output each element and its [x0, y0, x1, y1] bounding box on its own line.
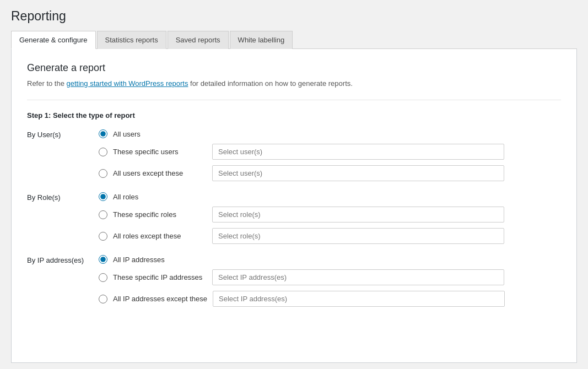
info-prefix: Refer to the — [27, 79, 67, 88]
radio-row-specific-ip: These specific IP addresses — [99, 269, 561, 285]
filter-label-ip: By IP address(es) — [27, 255, 99, 264]
input-except-ip[interactable] — [213, 291, 505, 307]
radio-row-all-users: All users — [99, 129, 561, 138]
label-except-users[interactable]: All users except these — [113, 169, 207, 177]
radio-row-except-users: All users except these — [99, 165, 561, 181]
radio-row-all-ip: All IP addresses — [99, 255, 561, 264]
label-specific-roles[interactable]: These specific roles — [113, 210, 207, 219]
radio-except-roles[interactable] — [99, 232, 107, 241]
filter-group-roles: By Role(s) All roles These specific role… — [27, 192, 561, 244]
tab-saved[interactable]: Saved reports — [168, 31, 229, 49]
tab-statistics[interactable]: Statistics reports — [97, 31, 166, 49]
info-text: Refer to the getting started with WordPr… — [27, 79, 561, 88]
info-suffix: for detailed information on how to gener… — [188, 79, 352, 88]
page-title: Reporting — [11, 9, 577, 24]
radio-all-ip[interactable] — [99, 255, 107, 264]
radio-specific-ip[interactable] — [99, 273, 107, 282]
main-content: Generate a report Refer to the getting s… — [11, 49, 577, 363]
filter-label-roles: By Role(s) — [27, 192, 99, 202]
filter-group-ip: By IP address(es) All IP addresses These… — [27, 255, 561, 307]
input-specific-ip[interactable] — [212, 269, 504, 285]
radio-specific-roles[interactable] — [99, 210, 107, 219]
label-specific-ip[interactable]: These specific IP addresses — [113, 273, 207, 281]
filter-options-roles: All roles These specific roles All roles… — [99, 192, 561, 244]
radio-except-ip[interactable] — [99, 295, 107, 303]
step-label: Step 1: Select the type of report — [27, 111, 561, 120]
label-except-roles[interactable]: All roles except these — [113, 232, 207, 240]
label-all-roles[interactable]: All roles — [113, 193, 207, 201]
tab-generate[interactable]: Generate & configure — [11, 31, 96, 49]
radio-row-specific-roles: These specific roles — [99, 207, 561, 223]
filter-options-users: All users These specific users All users… — [99, 129, 561, 181]
label-all-ip[interactable]: All IP addresses — [113, 256, 207, 264]
filter-group-users: By User(s) All users These specific user… — [27, 129, 561, 181]
radio-row-all-roles: All roles — [99, 192, 561, 201]
radio-row-specific-users: These specific users — [99, 144, 561, 160]
label-all-users[interactable]: All users — [113, 130, 207, 138]
radio-row-except-ip: All IP addresses except these — [99, 291, 561, 307]
info-link[interactable]: getting started with WordPress reports — [67, 79, 188, 88]
tabs-bar: Generate & configure Statistics reports … — [11, 30, 577, 49]
input-specific-roles[interactable] — [212, 207, 504, 223]
divider — [27, 100, 561, 100]
label-except-ip[interactable]: All IP addresses except these — [113, 295, 207, 303]
section-title: Generate a report — [27, 62, 561, 74]
radio-all-roles[interactable] — [99, 192, 107, 201]
radio-except-users[interactable] — [99, 169, 107, 178]
input-except-users[interactable] — [212, 165, 504, 181]
filter-label-users: By User(s) — [27, 129, 99, 139]
page-wrapper: Reporting Generate & configure Statistic… — [0, 0, 588, 363]
radio-specific-users[interactable] — [99, 148, 107, 156]
input-except-roles[interactable] — [212, 228, 504, 244]
input-specific-users[interactable] — [212, 144, 504, 160]
radio-row-except-roles: All roles except these — [99, 228, 561, 244]
tab-white-labelling[interactable]: White labelling — [230, 31, 293, 49]
radio-all-users[interactable] — [99, 129, 107, 138]
filter-options-ip: All IP addresses These specific IP addre… — [99, 255, 561, 307]
label-specific-users[interactable]: These specific users — [113, 148, 207, 156]
